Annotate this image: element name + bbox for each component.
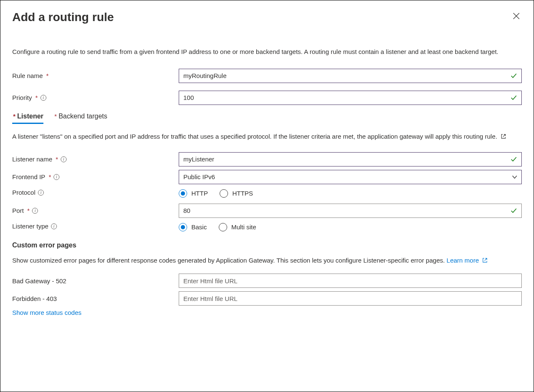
required-asterisk: * [35, 94, 38, 101]
label-frontend-ip: Frontend IP * i [12, 173, 179, 180]
row-listener-type: Listener type i Basic Multi site [12, 221, 522, 231]
listener-name-input[interactable] [179, 152, 522, 166]
row-priority: Priority * i [12, 91, 522, 105]
info-icon[interactable]: i [32, 208, 38, 214]
radio-unselected-icon [220, 189, 228, 198]
custom-error-text: Show customized error pages for differen… [12, 257, 447, 264]
close-button[interactable] [511, 11, 522, 23]
custom-error-description: Show customized error pages for differen… [12, 255, 522, 265]
listener-type-basic-label: Basic [191, 223, 207, 231]
info-icon[interactable]: i [38, 190, 44, 196]
info-icon[interactable]: i [54, 174, 59, 180]
protocol-http-label: HTTP [191, 190, 208, 197]
tab-backend-label: Backend targets [59, 113, 107, 120]
external-link-icon[interactable] [501, 132, 506, 137]
custom-error-heading: Custom error pages [12, 242, 522, 249]
required-asterisk: * [54, 113, 57, 120]
listener-type-multisite-label: Multi site [231, 223, 256, 231]
listener-type-label-text: Listener type [12, 223, 48, 230]
frontend-ip-label-text: Frontend IP [12, 173, 45, 180]
external-link-icon [482, 256, 488, 261]
priority-label-text: Priority [12, 94, 32, 101]
rule-name-label-text: Rule name [12, 72, 43, 79]
listener-type-multisite-radio[interactable]: Multi site [219, 223, 256, 231]
protocol-label-text: Protocol [12, 189, 35, 196]
tabs: * Listener * Backend targets [12, 113, 522, 124]
port-input[interactable] [179, 204, 522, 218]
radio-selected-icon [179, 189, 187, 198]
frontend-ip-select[interactable]: Public IPv6 [179, 170, 522, 184]
required-asterisk: * [13, 113, 16, 120]
required-asterisk: * [56, 156, 58, 163]
bad-gateway-label-text: Bad Gateway - 502 [12, 277, 66, 285]
learn-more-label: Learn more [447, 257, 479, 264]
show-more-status-codes-link[interactable]: Show more status codes [12, 309, 81, 316]
info-icon[interactable]: i [61, 156, 67, 162]
row-forbidden: Forbidden - 403 [12, 291, 522, 306]
radio-selected-icon [179, 223, 187, 231]
protocol-http-radio[interactable]: HTTP [179, 189, 208, 198]
label-port: Port * i [12, 207, 179, 214]
tab-backend-targets[interactable]: * Backend targets [54, 113, 107, 124]
row-listener-name: Listener name * i [12, 152, 522, 166]
label-rule-name: Rule name * [12, 72, 179, 79]
tab-listener-label: Listener [17, 113, 43, 120]
panel-title: Add a routing rule [12, 11, 114, 24]
routing-rule-panel: Add a routing rule Configure a routing r… [0, 0, 534, 392]
label-bad-gateway: Bad Gateway - 502 [12, 277, 179, 285]
tab-listener[interactable]: * Listener [12, 113, 43, 124]
label-protocol: Protocol i [12, 189, 179, 196]
port-label-text: Port [12, 207, 24, 214]
show-more-row: Show more status codes [12, 309, 522, 316]
close-icon [513, 12, 520, 20]
label-priority: Priority * i [12, 94, 179, 101]
label-listener-type: Listener type i [12, 223, 179, 230]
label-listener-name: Listener name * i [12, 156, 179, 163]
frontend-ip-value: Public IPv6 [183, 173, 215, 180]
priority-input[interactable] [179, 91, 522, 105]
required-asterisk: * [46, 72, 49, 79]
row-frontend-ip: Frontend IP * i Public IPv6 [12, 170, 522, 184]
panel-header: Add a routing rule [12, 11, 522, 41]
required-asterisk: * [48, 173, 51, 180]
row-bad-gateway: Bad Gateway - 502 [12, 274, 522, 288]
forbidden-label-text: Forbidden - 403 [12, 295, 57, 302]
radio-unselected-icon [219, 223, 227, 231]
listener-tab-description: A listener "listens" on a specified port… [12, 132, 522, 141]
protocol-https-radio[interactable]: HTTPS [220, 189, 253, 198]
info-icon[interactable]: i [51, 223, 57, 229]
info-icon[interactable]: i [40, 95, 46, 101]
listener-name-label-text: Listener name [12, 156, 52, 163]
bad-gateway-input[interactable] [179, 274, 522, 288]
row-port: Port * i [12, 204, 522, 218]
learn-more-link[interactable]: Learn more [447, 257, 488, 264]
forbidden-input[interactable] [179, 291, 522, 306]
row-protocol: Protocol i HTTP HTTPS [12, 188, 522, 198]
panel-description: Configure a routing rule to send traffic… [12, 47, 522, 57]
row-rule-name: Rule name * [12, 69, 522, 83]
label-forbidden: Forbidden - 403 [12, 295, 179, 302]
protocol-radio-group: HTTP HTTPS [179, 189, 522, 198]
listener-type-basic-radio[interactable]: Basic [179, 223, 207, 231]
protocol-https-label: HTTPS [232, 190, 253, 197]
listener-description-text: A listener "listens" on a specified port… [12, 133, 497, 140]
rule-name-input[interactable] [179, 69, 522, 83]
listener-type-radio-group: Basic Multi site [179, 223, 522, 231]
required-asterisk: * [27, 207, 30, 214]
